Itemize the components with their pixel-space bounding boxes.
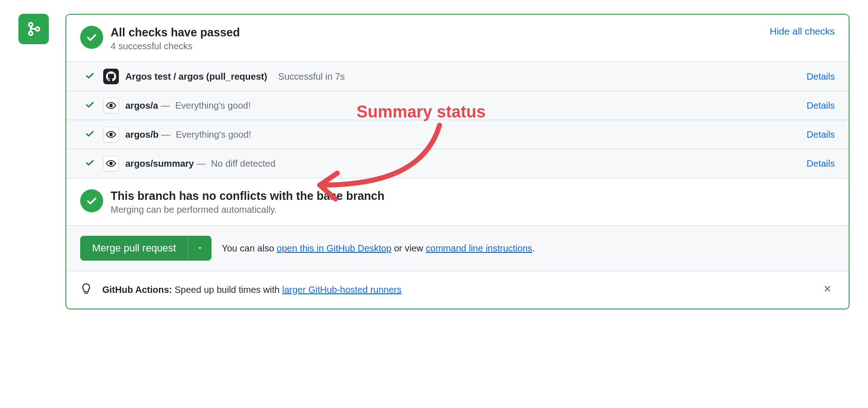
lightbulb-icon: [80, 283, 92, 297]
check-row: argos/a — Everything's good! Details: [66, 91, 849, 120]
check-row: Argos test / argos (pull_request) Succes…: [66, 62, 849, 91]
svg-point-0: [29, 23, 33, 26]
argos-app-icon: [103, 127, 119, 142]
status-success-circle: [80, 26, 103, 49]
checks-subtitle: 4 successful checks: [111, 41, 770, 52]
check-row: argos/b — Everything's good! Details: [66, 120, 849, 149]
merge-status-container: All checks have passed 4 successful chec…: [18, 14, 850, 309]
svg-point-5: [110, 162, 112, 165]
merge-options-caret-button[interactable]: [188, 236, 211, 261]
check-details-link[interactable]: Details: [807, 100, 835, 111]
svg-point-4: [110, 133, 112, 136]
check-status-label: Everything's good!: [175, 100, 251, 111]
check-status-label: Everything's good!: [176, 129, 251, 140]
merge-button-group: Merge pull request: [80, 236, 211, 261]
check-details-link[interactable]: Details: [807, 129, 835, 140]
svg-point-2: [35, 27, 39, 31]
svg-point-1: [29, 32, 33, 35]
github-app-icon: [103, 69, 119, 84]
command-line-instructions-link[interactable]: command line instructions: [426, 243, 532, 253]
check-icon: [86, 31, 98, 43]
git-merge-icon: [26, 21, 41, 37]
check-details-link[interactable]: Details: [807, 158, 835, 169]
merge-footer-text: You can also open this in GitHub Desktop…: [222, 243, 835, 254]
close-icon: [823, 284, 832, 293]
tip-label: GitHub Actions:: [102, 285, 172, 295]
merge-footer: Merge pull request You can also open thi…: [66, 226, 849, 271]
check-name-label: argos/a: [125, 100, 158, 111]
check-timing: Successful in 7s: [278, 71, 345, 82]
checks-title: All checks have passed: [111, 26, 770, 39]
check-row: argos/summary — No diff detected Details: [66, 149, 849, 178]
check-name-label: Argos test / argos (pull_request): [125, 71, 267, 82]
tip-section: GitHub Actions: Speed up build times wit…: [66, 271, 849, 309]
hide-all-checks-link[interactable]: Hide all checks: [770, 26, 835, 37]
merge-box: All checks have passed 4 successful chec…: [65, 14, 850, 309]
conflicts-section: This branch has no conflicts with the ba…: [66, 178, 849, 226]
check-success-icon: [85, 157, 95, 170]
svg-point-3: [110, 104, 112, 107]
check-success-icon: [85, 128, 95, 141]
status-success-circle: [80, 189, 103, 212]
tip-link[interactable]: larger GitHub-hosted runners: [282, 285, 402, 295]
conflicts-title: This branch has no conflicts with the ba…: [111, 189, 835, 203]
check-success-icon: [85, 70, 95, 83]
check-icon: [86, 195, 98, 207]
open-github-desktop-link[interactable]: open this in GitHub Desktop: [277, 243, 392, 253]
tip-text: Speed up build times with: [172, 285, 282, 295]
timeline-merge-badge: [18, 14, 49, 44]
check-name-label: argos/b: [125, 129, 158, 140]
check-details-link[interactable]: Details: [807, 71, 835, 82]
merge-pull-request-button[interactable]: Merge pull request: [80, 236, 188, 261]
dismiss-tip-button[interactable]: [820, 281, 835, 298]
checks-list: Argos test / argos (pull_request) Succes…: [66, 62, 849, 178]
argos-app-icon: [103, 98, 119, 113]
check-status-label: No diff detected: [211, 158, 276, 169]
check-name-label: argos/summary: [125, 158, 194, 169]
caret-down-icon: [197, 245, 203, 251]
argos-app-icon: [103, 156, 119, 171]
checks-header: All checks have passed 4 successful chec…: [66, 15, 849, 62]
check-success-icon: [85, 99, 95, 112]
conflicts-subtitle: Merging can be performed automatically.: [111, 204, 835, 215]
